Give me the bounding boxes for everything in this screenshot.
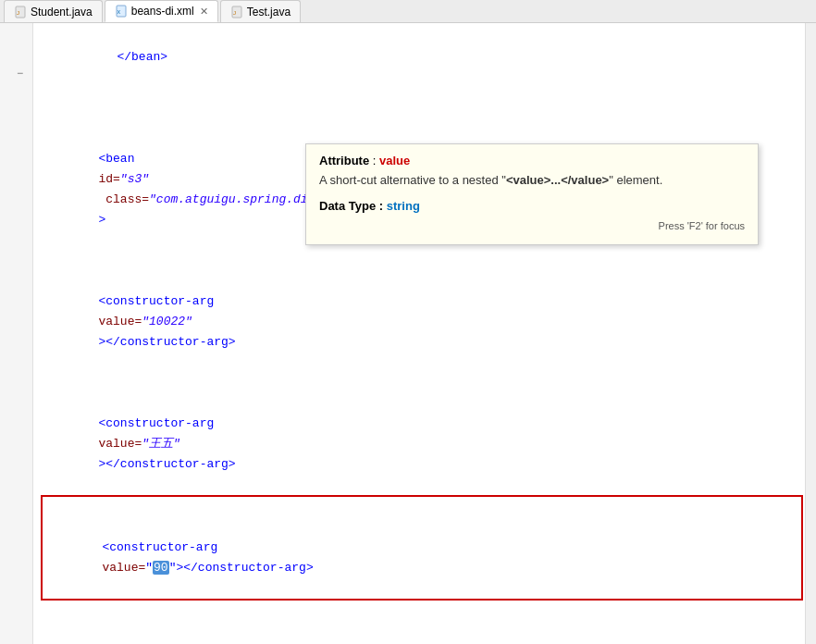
editor-tab-bar: J Student.java X beans-di.xml ✕ J [0, 0, 816, 23]
main-container: J Student.java X beans-di.xml ✕ J [0, 0, 816, 644]
java-file-icon: J [14, 6, 27, 19]
tab-student-java[interactable]: J Student.java [4, 0, 103, 22]
tooltip-description: A short-cut alternative to a nested "<va… [319, 171, 745, 190]
tooltip-datatype: Data Type : string [319, 199, 745, 213]
svg-text:J: J [17, 10, 19, 16]
editor-scrollbar[interactable] [805, 23, 816, 644]
svg-text:X: X [117, 9, 120, 15]
code-line-ca-partial: <constructor-arg value= [41, 601, 803, 644]
code-line-1: </bean> [41, 27, 803, 88]
code-line-ca-wangwu: <constructor-arg value="王五" ></construct… [41, 373, 803, 495]
tab-test-java-label: Test.java [247, 6, 291, 19]
attribute-tooltip: Attribute : value A short-cut alternativ… [305, 143, 759, 245]
tab-beans-di-xml[interactable]: X beans-di.xml ✕ [105, 0, 218, 22]
code-line-blank1 [41, 88, 803, 108]
svg-text:J: J [233, 10, 236, 16]
tooltip-press-f2: Press 'F2' for focus [319, 220, 745, 231]
tab-test-java[interactable]: J Test.java [220, 0, 301, 22]
tooltip-attribute-line: Attribute : value [319, 154, 745, 167]
java-file-icon-2: J [230, 6, 243, 19]
code-line-ca-10022: <constructor-arg value="10022" ></constr… [41, 251, 803, 373]
tab-student-java-label: Student.java [31, 6, 93, 19]
value-90-highlight: 90 [153, 561, 169, 575]
xml-file-icon: X [115, 5, 128, 18]
tab-beans-di-xml-label: beans-di.xml [131, 5, 194, 18]
tab-beans-di-xml-close[interactable]: ✕ [200, 6, 208, 18]
editor-section: − </bean> <bean id="s3" class="com.atgui… [0, 23, 816, 644]
code-line-ca-90: <constructor-arg value="90"></constructo… [41, 495, 803, 601]
